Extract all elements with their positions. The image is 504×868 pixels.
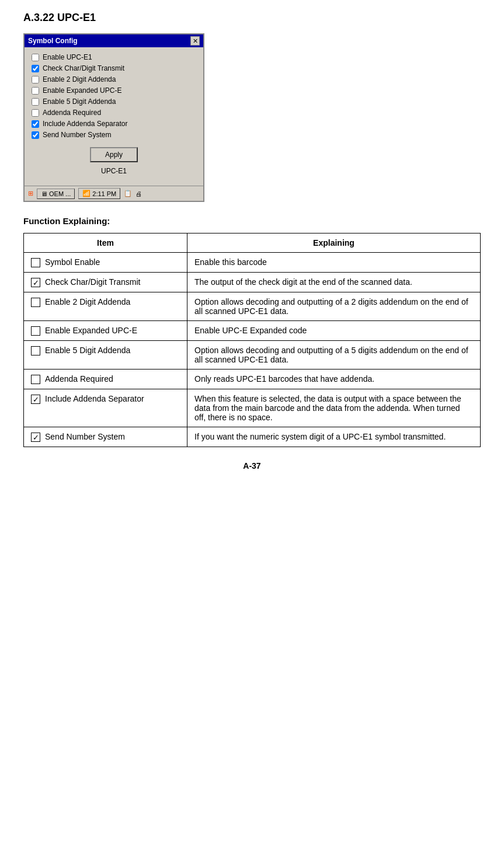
table-item-cell: ✓Check Char/Digit Transmit bbox=[24, 273, 187, 292]
col-explaining-header: Explaining bbox=[187, 233, 481, 253]
dialog-close-button[interactable]: ✕ bbox=[190, 36, 200, 46]
table-item-cell: Enable 5 Digit Addenda bbox=[24, 341, 187, 369]
oem-icon: 🖥 bbox=[41, 190, 47, 197]
dialog-checkbox-row: Include Addenda Separator bbox=[32, 120, 196, 128]
col-item-header: Item bbox=[24, 233, 187, 253]
dialog-checkbox-input[interactable] bbox=[32, 65, 39, 72]
dialog-checkbox-row: Addenda Required bbox=[32, 109, 196, 117]
table-item-label: Addenda Required bbox=[45, 374, 113, 384]
table-item-label: Include Addenda Separator bbox=[45, 394, 144, 403]
oem-label: OEM ... bbox=[49, 190, 71, 197]
dialog-checkbox-input[interactable] bbox=[32, 76, 39, 83]
dialog-checkbox-label: Addenda Required bbox=[43, 109, 101, 117]
table-item-cell: Enable Expanded UPC-E bbox=[24, 321, 187, 341]
table-item-label: Enable 5 Digit Addenda bbox=[45, 346, 130, 355]
table-explaining-cell: Enable UPC-E Expanded code bbox=[187, 321, 481, 341]
table-explaining-cell: The output of the check digit at the end… bbox=[187, 273, 481, 292]
taskbar-icon1: 📋 bbox=[124, 190, 132, 197]
dialog-checkbox-row: Enable UPC-E1 bbox=[32, 53, 196, 61]
table-checkbox: ✓ bbox=[31, 395, 40, 404]
table-header-row: Item Explaining bbox=[24, 233, 481, 253]
table-checkbox: ✓ bbox=[31, 433, 40, 442]
table-explaining-cell: Option allows decoding and outputting of… bbox=[187, 292, 481, 321]
dialog-checkbox-input[interactable] bbox=[32, 120, 39, 128]
table-row: Enable 5 Digit AddendaOption allows deco… bbox=[24, 341, 481, 369]
table-item-label: Send Number System bbox=[45, 432, 125, 441]
table-checkbox bbox=[31, 375, 40, 384]
dialog-checkbox-label: Include Addenda Separator bbox=[43, 120, 127, 128]
table-row: Enable Expanded UPC-EEnable UPC-E Expand… bbox=[24, 321, 481, 341]
table-row: Symbol EnableEnable this barcode bbox=[24, 253, 481, 273]
dialog-apply-row: Apply bbox=[32, 147, 196, 162]
page-title: A.3.22 UPC-E1 bbox=[23, 12, 481, 24]
dialog-checkbox-label: Enable 5 Digit Addenda bbox=[43, 97, 116, 106]
table-row: Addenda RequiredOnly reads UPC-E1 barcod… bbox=[24, 369, 481, 389]
table-item-cell: Enable 2 Digit Addenda bbox=[24, 292, 187, 321]
apply-button[interactable]: Apply bbox=[90, 147, 138, 162]
dialog-checkbox-input[interactable] bbox=[32, 109, 39, 117]
dialog-title: Symbol Config bbox=[28, 37, 78, 45]
table-explaining-cell: Option allows decoding and outputting of… bbox=[187, 341, 481, 369]
dialog-caption: UPC-E1 bbox=[32, 167, 196, 175]
table-row: ✓Send Number SystemIf you want the numer… bbox=[24, 427, 481, 447]
oem-button[interactable]: 🖥 OEM ... bbox=[37, 189, 75, 199]
windows-icon: ⊞ bbox=[28, 190, 33, 197]
table-row: ✓Include Addenda SeparatorWhen this feat… bbox=[24, 389, 481, 427]
table-item-label: Symbol Enable bbox=[45, 257, 100, 267]
dialog-checkbox-input[interactable] bbox=[32, 87, 39, 95]
table-body: Symbol EnableEnable this barcode✓Check C… bbox=[24, 253, 481, 447]
table-checkbox bbox=[31, 298, 40, 307]
dialog-checkbox-label: Check Char/Digit Transmit bbox=[43, 64, 124, 72]
dialog-checkbox-label: Send Number System bbox=[43, 131, 111, 139]
dialog-checkbox-label: Enable UPC-E1 bbox=[43, 53, 92, 61]
table-row: ✓Check Char/Digit TransmitThe output of … bbox=[24, 273, 481, 292]
table-checkbox bbox=[31, 258, 40, 267]
table-item-label: Enable 2 Digit Addenda bbox=[45, 297, 130, 306]
table-item-cell: ✓Include Addenda Separator bbox=[24, 389, 187, 427]
dialog-checkbox-row: Enable Expanded UPC-E bbox=[32, 86, 196, 95]
table-item-label: Check Char/Digit Transmit bbox=[45, 277, 140, 287]
dialog-checkbox-input[interactable] bbox=[32, 54, 39, 61]
dialog-body: Enable UPC-E1Check Char/Digit TransmitEn… bbox=[25, 47, 203, 186]
dialog-checkbox-row: Send Number System bbox=[32, 131, 196, 139]
taskbar-icon2: 🖨 bbox=[135, 190, 142, 197]
table-explaining-cell: When this feature is selected, the data … bbox=[187, 389, 481, 427]
explaining-table: Item Explaining Symbol EnableEnable this… bbox=[23, 233, 481, 447]
table-explaining-cell: Only reads UPC-E1 barcodes that have add… bbox=[187, 369, 481, 389]
table-row: Enable 2 Digit AddendaOption allows deco… bbox=[24, 292, 481, 321]
table-item-cell: Symbol Enable bbox=[24, 253, 187, 273]
dialog-checkbox-input[interactable] bbox=[32, 98, 39, 106]
table-item-cell: Addenda Required bbox=[24, 369, 187, 389]
dialog-window: Symbol Config ✕ Enable UPC-E1Check Char/… bbox=[23, 33, 204, 202]
function-heading: Function Explaining: bbox=[23, 216, 481, 226]
dialog-checkbox-label: Enable 2 Digit Addenda bbox=[43, 75, 116, 83]
dialog-checkbox-input[interactable] bbox=[32, 131, 39, 139]
dialog-checkbox-label: Enable Expanded UPC-E bbox=[43, 86, 121, 95]
dialog-checkbox-row: Enable 5 Digit Addenda bbox=[32, 97, 196, 106]
table-checkbox: ✓ bbox=[31, 278, 40, 287]
table-explaining-cell: Enable this barcode bbox=[187, 253, 481, 273]
dialog-checkbox-row: Enable 2 Digit Addenda bbox=[32, 75, 196, 83]
dialog-checkbox-row: Check Char/Digit Transmit bbox=[32, 64, 196, 72]
table-item-cell: ✓Send Number System bbox=[24, 427, 187, 447]
taskbar-misc-button[interactable]: 📶 2:11 PM bbox=[78, 188, 120, 199]
table-checkbox bbox=[31, 326, 40, 336]
dialog-taskbar: ⊞ 🖥 OEM ... 📶 2:11 PM 📋 🖨 bbox=[25, 186, 203, 201]
signal-icon: 📶 bbox=[82, 190, 91, 197]
table-item-label: Enable Expanded UPC-E bbox=[45, 326, 137, 335]
dialog-titlebar: Symbol Config ✕ bbox=[25, 34, 203, 47]
page-footer: A-37 bbox=[23, 461, 481, 470]
table-explaining-cell: If you want the numeric system digit of … bbox=[187, 427, 481, 447]
dialog-checkboxes: Enable UPC-E1Check Char/Digit TransmitEn… bbox=[32, 53, 196, 139]
time-label: 2:11 PM bbox=[92, 190, 116, 197]
table-checkbox bbox=[31, 346, 40, 355]
dialog-container: Symbol Config ✕ Enable UPC-E1Check Char/… bbox=[23, 33, 481, 202]
